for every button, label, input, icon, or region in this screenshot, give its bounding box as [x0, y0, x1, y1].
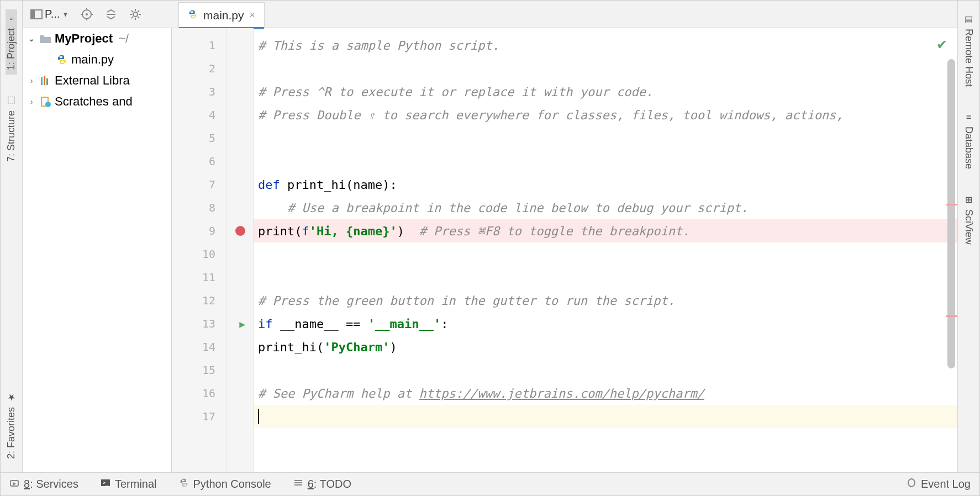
status-services[interactable]: 8: Services [9, 478, 78, 490]
line-number[interactable]: 7 [172, 173, 226, 196]
chevron-right-icon: › [27, 97, 36, 106]
tool-tab-project[interactable]: 1: Project ▫ [6, 9, 17, 75]
line-number-gutter[interactable]: 12345678910111213▶14151617 [172, 28, 227, 472]
collapse-button[interactable] [103, 7, 119, 22]
folder-icon: ▫ [10, 14, 13, 24]
editor-scrollbar[interactable] [947, 59, 955, 391]
sciview-icon: ⊞ [965, 194, 972, 205]
services-icon [9, 478, 19, 490]
line-number[interactable]: 14 [172, 335, 226, 358]
code-line[interactable]: print_hi('PyCharm') [254, 335, 957, 358]
error-stripe-marker[interactable] [946, 315, 957, 317]
breakpoint-icon[interactable] [235, 226, 245, 236]
svg-text:>_: >_ [103, 480, 109, 486]
svg-line-15 [138, 17, 139, 18]
editor-tab-main-py[interactable]: main.py × [178, 2, 265, 28]
svg-rect-19 [44, 76, 45, 85]
run-gutter-icon[interactable]: ▶ [239, 318, 245, 330]
library-icon [39, 75, 51, 87]
close-icon[interactable]: × [250, 9, 256, 21]
line-number[interactable]: 12 [172, 289, 226, 312]
code-line[interactable]: def print_hi(name): [254, 173, 957, 196]
code-line[interactable] [254, 266, 957, 289]
project-tree: ⌄ MyProject ~/ main.py › [23, 28, 172, 472]
code-line[interactable]: # Press Double ⇧ to search everywhere fo… [254, 103, 957, 126]
svg-rect-20 [46, 78, 48, 85]
code-line[interactable]: # Press the green button in the gutter t… [254, 289, 957, 312]
line-number[interactable]: 1 [172, 34, 226, 57]
project-dropdown-label: P... [45, 8, 60, 20]
python-file-icon [188, 9, 198, 22]
tree-file-main-py[interactable]: main.py [23, 49, 171, 70]
status-python-console[interactable]: Python Console [179, 478, 271, 490]
database-icon: ≡ [966, 112, 971, 122]
line-number[interactable]: 17 [172, 405, 226, 428]
todo-icon [293, 478, 303, 490]
status-event-log[interactable]: Event Log [907, 478, 971, 490]
svg-line-17 [138, 10, 139, 12]
line-number[interactable]: 2 [172, 57, 226, 80]
code-line[interactable]: # See PyCharm help at https://www.jetbra… [254, 382, 957, 405]
terminal-icon: >_ [101, 478, 110, 490]
left-tool-strip: 1: Project ▫ 7: Structure ⬚ 2: Favorites… [1, 1, 23, 472]
python-file-icon [56, 54, 68, 66]
tree-external-libraries[interactable]: › External Libra [23, 70, 171, 91]
settings-button[interactable] [127, 7, 144, 22]
svg-marker-24 [13, 482, 16, 486]
right-tool-strip: ▤ Remote Host ≡ Database ⊞ SciView [957, 1, 979, 472]
code-line[interactable] [254, 358, 957, 382]
svg-rect-18 [41, 77, 43, 85]
svg-point-30 [908, 479, 915, 487]
line-number[interactable]: 13▶ [172, 312, 226, 335]
code-line[interactable] [254, 242, 957, 266]
status-todo[interactable]: 6: TODO [293, 478, 351, 490]
svg-line-14 [131, 10, 133, 12]
structure-icon: ⬚ [7, 96, 15, 106]
line-number[interactable]: 11 [172, 266, 226, 289]
chevron-down-icon: ⌄ [27, 34, 36, 43]
inspection-ok-icon[interactable]: ✔ [936, 37, 947, 52]
project-view-dropdown[interactable]: P... ▼ [28, 7, 71, 22]
window-icon [30, 8, 43, 20]
code-line[interactable]: print(f'Hi, {name}') # Press ⌘F8 to togg… [254, 219, 957, 242]
project-root[interactable]: ⌄ MyProject ~/ [23, 28, 171, 49]
code-line[interactable]: # Use a breakpoint in the code line belo… [254, 196, 957, 219]
tree-scratches[interactable]: › Scratches and [23, 91, 171, 112]
line-number[interactable]: 9 [172, 219, 226, 242]
line-number[interactable]: 4 [172, 103, 226, 126]
target-icon [81, 8, 93, 20]
line-number[interactable]: 3 [172, 80, 226, 103]
status-terminal[interactable]: >_ Terminal [101, 478, 157, 490]
svg-line-16 [131, 17, 133, 18]
code-line[interactable] [254, 57, 957, 80]
tool-tab-database[interactable]: ≡ Database [963, 108, 974, 173]
code-line[interactable]: # This is a sample Python script. [254, 34, 957, 57]
line-number[interactable]: 5 [172, 126, 226, 150]
tool-tab-favorites[interactable]: 2: Favorites ★ [6, 388, 17, 463]
locate-button[interactable] [78, 7, 95, 22]
editor-area: main.py × 12345678910111213▶14151617 # T… [172, 1, 957, 472]
code-line[interactable] [254, 126, 957, 150]
tool-tab-structure[interactable]: 7: Structure ⬚ [6, 91, 17, 166]
line-number[interactable]: 15 [172, 358, 226, 382]
line-number[interactable]: 10 [172, 242, 226, 266]
svg-point-3 [86, 13, 88, 15]
tool-tab-sciview[interactable]: ⊞ SciView [963, 190, 974, 249]
code-line[interactable]: # Press ^R to execute it or replace it w… [254, 80, 957, 103]
folder-icon [39, 33, 51, 45]
error-stripe-marker[interactable] [946, 204, 957, 205]
marker-gutter[interactable] [227, 28, 254, 472]
scrollbar-thumb[interactable] [947, 59, 955, 368]
code-line[interactable] [254, 150, 957, 173]
code-line[interactable] [254, 405, 957, 428]
line-number[interactable]: 16 [172, 382, 226, 405]
line-number[interactable]: 8 [172, 196, 226, 219]
remote-icon: ▤ [965, 14, 973, 24]
line-number[interactable]: 6 [172, 150, 226, 173]
tool-tab-remote-host[interactable]: ▤ Remote Host [963, 9, 974, 91]
svg-rect-1 [31, 10, 35, 19]
code-line[interactable]: if __name__ == '__main__': [254, 312, 957, 335]
gear-icon [129, 8, 141, 20]
editor-tab-label: main.py [203, 9, 244, 22]
code-editor[interactable]: # This is a sample Python script.# Press… [254, 28, 957, 472]
